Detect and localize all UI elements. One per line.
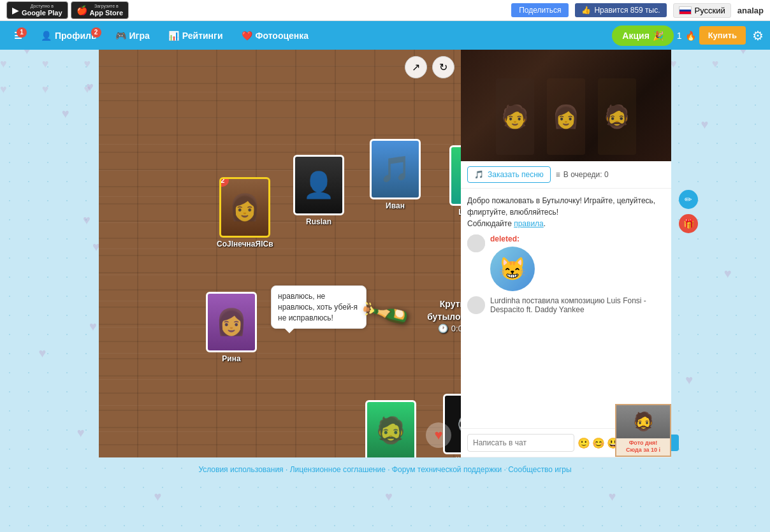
player-card-pozitivny[interactable]: 🧔 Позитивный	[365, 400, 416, 457]
top-bar: ▶ Доступно в Google Play 🍎 Загрузите в A…	[0, 0, 770, 21]
language-button[interactable]: Русский	[673, 3, 731, 18]
game-icon: 🎮	[115, 31, 126, 41]
main-content: ↗ ↻ 👩 2 СоJIнечнаЯIСв 👤 Ruslan 🎵 Иван	[99, 50, 671, 457]
refresh-button[interactable]: ↻	[432, 56, 454, 78]
request-song-button[interactable]: 🎵 Заказать песню	[467, 166, 551, 183]
player-card-rina[interactable]: 👩 Рина	[206, 292, 257, 363]
share-game-button[interactable]: ↗	[405, 56, 427, 78]
emoji-buttons: 🙂 😊 😃	[578, 437, 620, 449]
song-notification: Lurdinha поставила композицию Luis Fonsi…	[467, 296, 665, 314]
chat-input-area: 🙂 😊 😃 Отправить 🧔 Фото дня! Сюда за 10 i	[461, 429, 671, 457]
video-overlay: 🧑 👩 🧔	[461, 50, 671, 161]
footer-community[interactable]: Сообщество игры	[508, 465, 571, 474]
player-card-ivan[interactable]: 🎵 Иван	[370, 139, 421, 210]
game-label: Игра	[129, 31, 150, 41]
google-play-button[interactable]: ▶ Доступно в Google Play	[6, 1, 68, 19]
queue-lines-icon: ≡	[556, 170, 560, 179]
nav-ratings[interactable]: 📊 Рейтинги	[161, 25, 231, 46]
name-ruslan: Ruslan	[306, 217, 331, 226]
queue-count: В очереди: 0	[563, 170, 609, 179]
russian-flag-icon	[679, 6, 692, 15]
timer-display: 🕐 0:04	[438, 324, 461, 333]
app-store-label: App Store	[90, 9, 124, 17]
chat-sticker: 😸	[490, 247, 535, 291]
name-lurdinha: Lurdinha	[458, 208, 461, 217]
queue-info: ≡ В очереди: 0	[556, 170, 609, 179]
player-card-lurdinha[interactable]: 🔥 Lurdinha	[449, 145, 461, 217]
photo-icon: ❤️	[242, 31, 252, 41]
player-card-ruslan[interactable]: 👤 Ruslan	[293, 155, 344, 226]
app-store-button[interactable]: 🍎 Загрузите в App Store	[71, 1, 129, 19]
chat-input[interactable]	[467, 434, 574, 452]
welcome-message: Добро пожаловать в Бутылочку! Играйте, ц…	[467, 195, 665, 229]
footer-terms[interactable]: Условия использования	[198, 465, 283, 474]
request-song-label: Заказать песню	[488, 170, 544, 179]
song-text: Lurdinha поставила композицию Luis Fonsi…	[490, 296, 665, 314]
footer: Условия использования · Лицензионное сог…	[0, 457, 770, 482]
app-store-sub: Загрузите в	[90, 4, 124, 9]
username-display: analap	[737, 6, 764, 15]
emoji-smile-button[interactable]: 🙂	[578, 437, 590, 449]
rules-link[interactable]: правила	[514, 219, 544, 228]
nav-photo[interactable]: ❤️ Фотооценка	[234, 25, 317, 46]
thumbs-up-icon: 👍	[581, 6, 591, 15]
avatar-lurdinha: 🔥	[449, 145, 461, 206]
game-controls: ↗ ↻	[405, 56, 454, 78]
coin-icon: 🔥	[685, 31, 696, 41]
buy-button[interactable]: Купить	[699, 26, 746, 45]
game-area: ↗ ↻ 👩 2 СоJIнечнаЯIСв 👤 Ruslan 🎵 Иван	[99, 50, 461, 457]
settings-button[interactable]: ⚙	[752, 28, 764, 43]
ratings-icon: 📊	[168, 31, 179, 41]
profile-label: Профиль	[55, 31, 97, 41]
name-soi: СоJIнечнаЯIСв	[217, 240, 273, 248]
like-button[interactable]: 👍 Нравится 859 тыс.	[575, 3, 666, 17]
video-area: 🧑 👩 🧔	[461, 50, 671, 161]
footer-license[interactable]: Лицензионное соглашение	[290, 465, 386, 474]
photo-day-image: 🧔	[616, 405, 670, 438]
avatar-pozitivny: 🧔	[365, 400, 416, 457]
music-controls: 🎵 Заказать песню ≡ В очереди: 0	[461, 161, 671, 189]
right-panel: 🧑 👩 🧔 🎵 Заказать песню ≡ В очереди: 0 До…	[461, 50, 671, 457]
edit-button[interactable]: ✏	[679, 190, 698, 209]
heart-button[interactable]: ♥	[426, 422, 451, 448]
apple-icon: 🍎	[76, 5, 87, 15]
top-bar-right: Поделиться 👍 Нравится 859 тыс. Русский a…	[511, 3, 764, 18]
google-play-icon: ▶	[12, 5, 19, 15]
nav-menu[interactable]: ☰ 1	[6, 25, 30, 46]
nav-game[interactable]: 🎮 Игра	[108, 25, 157, 46]
google-play-label: Google Play	[22, 9, 62, 17]
action-label: Акция	[622, 31, 650, 41]
avatar-rina: 👩	[206, 292, 257, 352]
clock-icon: 🕐	[438, 324, 448, 333]
video-scene: 🧑 👩 🧔	[461, 50, 671, 161]
share-button[interactable]: Поделиться	[511, 3, 569, 17]
ratings-label: Рейтинги	[182, 31, 223, 41]
avatar-soi: 👩 2	[219, 177, 270, 238]
speech-bubble: нравлюсь, не нравлюсь, хоть убей-я не ис…	[271, 285, 367, 329]
profile-icon: 👤	[41, 31, 52, 41]
gift-button[interactable]: 🎁	[679, 214, 698, 233]
deleted-user-message: deleted: 😸	[467, 234, 665, 291]
avatar-ivan: 🎵	[370, 139, 421, 199]
emoji-heart-button[interactable]: 😊	[592, 437, 605, 449]
nav-profile[interactable]: 👤 Профиль 2	[33, 25, 105, 46]
footer-sep2: ·	[388, 465, 392, 474]
like-count: Нравится 859 тыс.	[594, 6, 660, 15]
action-button[interactable]: Акция 🎉	[612, 25, 674, 46]
video-person-3: 🧔	[598, 78, 636, 155]
profile-badge: 2	[91, 27, 101, 38]
coin-count: 1	[677, 31, 682, 41]
name-rina: Рина	[222, 354, 240, 363]
timer-value: 0:04	[451, 324, 461, 333]
photo-day-widget[interactable]: 🧔 Фото дня! Сюда за 10 i	[615, 404, 671, 457]
language-label: Русский	[695, 6, 725, 15]
nav-bar: ☰ 1 👤 Профиль 2 🎮 Игра 📊 Рейтинги ❤️ Фот…	[0, 21, 770, 50]
menu-badge: 1	[17, 27, 27, 38]
spin-text: Крутибутылочку!	[427, 298, 461, 323]
player-card-soi[interactable]: 👩 2 СоJIнечнаЯIСв	[217, 177, 273, 248]
song-avatar	[467, 296, 485, 314]
footer-support[interactable]: Форум технической поддержки	[392, 465, 502, 474]
deleted-avatar	[467, 234, 485, 252]
video-person-2: 👩	[547, 78, 585, 155]
name-ivan: Иван	[386, 201, 405, 210]
